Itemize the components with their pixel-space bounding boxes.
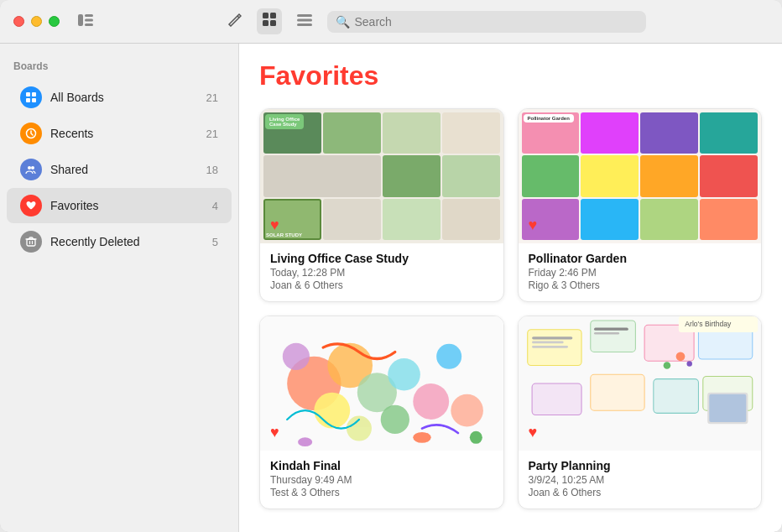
- maximize-button[interactable]: [49, 16, 60, 27]
- board-members-pollinator-garden: Rigo & 3 Others: [529, 279, 752, 291]
- svg-point-24: [388, 358, 420, 391]
- svg-rect-40: [590, 374, 644, 410]
- recently-deleted-count: 5: [212, 236, 218, 248]
- svg-point-16: [28, 166, 31, 170]
- svg-text:Arlo's Birthday: Arlo's Birthday: [685, 320, 732, 328]
- board-info-living-office: ♥ Living Office Case Study Today, 12:28 …: [260, 243, 503, 301]
- svg-point-33: [470, 431, 482, 444]
- board-date-party-planning: 3/9/24, 10:25 AM: [529, 474, 752, 486]
- board-name-kindah-final: Kindah Final: [270, 459, 493, 472]
- board-thumbnail-party-planning: Arlo's Birthday: [519, 316, 762, 451]
- svg-point-26: [413, 383, 449, 420]
- search-icon: 🔍: [336, 15, 350, 29]
- board-members-living-office: Joan & 6 Others: [270, 279, 493, 291]
- toolbar-center: 🔍: [98, 8, 769, 34]
- sidebar-item-all-boards[interactable]: All Boards 21: [7, 80, 232, 115]
- list-view-button[interactable]: [292, 9, 317, 34]
- sidebar-item-favorites[interactable]: Favorites 4: [7, 188, 232, 223]
- recently-deleted-label: Recently Deleted: [50, 235, 204, 248]
- board-card-party-planning[interactable]: Arlo's Birthday ♥: [518, 316, 763, 509]
- svg-point-54: [686, 361, 691, 366]
- all-boards-label: All Boards: [50, 91, 198, 104]
- minimize-button[interactable]: [31, 16, 42, 27]
- shared-count: 18: [206, 164, 218, 176]
- board-info-kindah-final: ♥ Kindah Final Thursday 9:49 AM Test & 3…: [260, 451, 503, 509]
- svg-rect-0: [78, 14, 83, 26]
- search-bar[interactable]: 🔍: [327, 11, 646, 33]
- svg-rect-51: [709, 394, 746, 422]
- svg-rect-46: [594, 328, 628, 331]
- recents-icon: [20, 123, 42, 144]
- boards-grid: SOLAR STUDY Living OfficeCase Study ♥ Li…: [259, 108, 762, 509]
- favorites-count: 4: [212, 200, 218, 212]
- board-thumbnail-living-office: SOLAR STUDY Living OfficeCase Study: [260, 109, 503, 243]
- page-title: Favorites: [259, 60, 762, 91]
- board-card-living-office[interactable]: SOLAR STUDY Living OfficeCase Study ♥ Li…: [259, 108, 504, 302]
- favorite-icon-kindah-final: ♥: [270, 424, 279, 441]
- svg-rect-43: [532, 336, 572, 339]
- svg-rect-41: [653, 379, 698, 414]
- svg-rect-6: [263, 20, 268, 26]
- sidebar-toggle-button[interactable]: [73, 9, 98, 34]
- svg-rect-18: [27, 239, 35, 246]
- svg-point-17: [31, 166, 34, 170]
- sidebar-section-label: Boards: [0, 57, 238, 79]
- board-members-kindah-final: Test & 3 Others: [270, 487, 493, 498]
- shared-label: Shared: [50, 163, 198, 176]
- svg-point-32: [298, 437, 312, 446]
- svg-point-31: [413, 432, 430, 443]
- svg-point-52: [675, 352, 685, 361]
- svg-point-28: [436, 344, 461, 369]
- board-thumbnail-pollinator-garden: Pollinator Garden: [519, 109, 762, 243]
- board-card-pollinator-garden[interactable]: Pollinator Garden ♥ Pollinator Garden Fr…: [518, 108, 763, 302]
- new-board-button[interactable]: [222, 8, 247, 34]
- svg-point-25: [283, 343, 310, 370]
- favorite-icon-living-office: ♥: [270, 216, 279, 234]
- sidebar: Boards All Boards 21: [0, 44, 239, 532]
- svg-point-53: [663, 362, 670, 369]
- favorite-icon-pollinator-garden: ♥: [529, 216, 538, 234]
- svg-rect-4: [263, 13, 268, 18]
- content-area: Favorites SOL: [239, 44, 782, 532]
- grid-view-button[interactable]: [257, 8, 282, 34]
- svg-rect-2: [85, 19, 93, 22]
- board-name-living-office: Living Office Case Study: [270, 252, 493, 265]
- svg-rect-14: [32, 98, 36, 102]
- sidebar-item-shared[interactable]: Shared 18: [7, 152, 232, 187]
- search-input[interactable]: [355, 15, 638, 29]
- svg-rect-9: [297, 19, 312, 22]
- board-name-party-planning: Party Planning: [529, 459, 752, 472]
- svg-point-29: [451, 394, 483, 427]
- traffic-lights: [13, 16, 60, 27]
- board-card-kindah-final[interactable]: ♥ Kindah Final Thursday 9:49 AM Test & 3…: [259, 316, 504, 509]
- svg-rect-11: [26, 92, 30, 96]
- recents-count: 21: [206, 128, 218, 140]
- all-boards-icon: [20, 86, 42, 108]
- svg-rect-12: [32, 92, 36, 96]
- svg-point-22: [314, 393, 350, 429]
- svg-point-27: [381, 405, 409, 434]
- recently-deleted-icon: [20, 231, 42, 253]
- svg-rect-44: [532, 342, 564, 344]
- svg-rect-3: [85, 23, 93, 26]
- recents-label: Recents: [50, 127, 198, 140]
- svg-rect-47: [594, 332, 619, 335]
- board-date-living-office: Today, 12:28 PM: [270, 267, 493, 279]
- board-thumbnail-kindah-final: [260, 316, 503, 451]
- board-info-party-planning: ♥ Party Planning 3/9/24, 10:25 AM Joan &…: [519, 451, 762, 509]
- svg-rect-8: [297, 14, 312, 17]
- board-info-pollinator-garden: ♥ Pollinator Garden Friday 2:46 PM Rigo …: [519, 243, 762, 301]
- favorites-icon: [20, 195, 42, 216]
- svg-rect-5: [270, 13, 276, 18]
- main-area: Boards All Boards 21: [0, 44, 782, 532]
- close-button[interactable]: [13, 16, 24, 27]
- svg-rect-39: [532, 383, 581, 415]
- board-members-party-planning: Joan & 6 Others: [529, 487, 752, 498]
- board-date-pollinator-garden: Friday 2:46 PM: [529, 267, 752, 279]
- sidebar-item-recents[interactable]: Recents 21: [7, 116, 232, 151]
- sidebar-item-recently-deleted[interactable]: Recently Deleted 5: [7, 224, 232, 259]
- titlebar: 🔍: [0, 0, 782, 44]
- app-window: 🔍 Boards All Boards 21: [0, 0, 782, 532]
- favorite-icon-party-planning: ♥: [529, 424, 538, 441]
- board-name-pollinator-garden: Pollinator Garden: [529, 252, 752, 265]
